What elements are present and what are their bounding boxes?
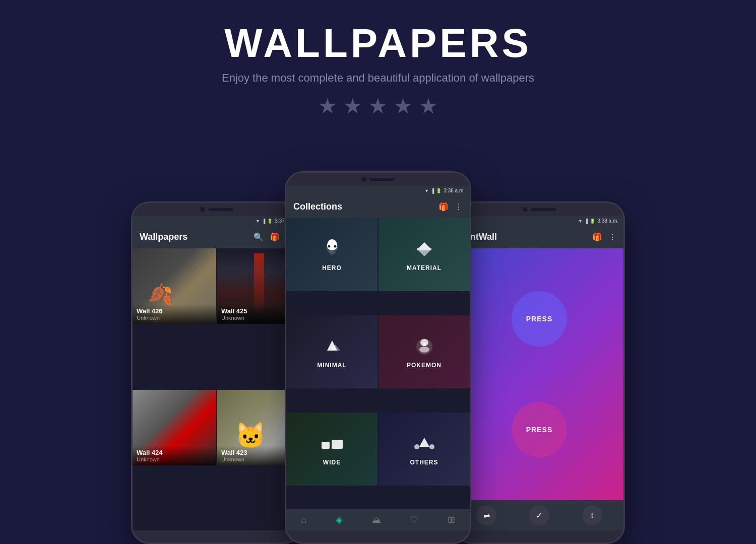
phone-center-notch: [286, 173, 470, 186]
phone-right-screen: ▼ ▐ 🔋 3:38 a.m. TintWall 🎁 ⋮ PRESS PRESS…: [455, 216, 623, 530]
svg-marker-5: [418, 250, 430, 256]
time-center: 3:36 a.m.: [444, 188, 465, 193]
star-5: ★: [419, 94, 438, 118]
battery-icon-left: 🔋: [267, 219, 273, 224]
bottom-actions-right: ⇌ ✓ ↕: [455, 500, 623, 530]
svg-rect-12: [322, 442, 330, 449]
star-3: ★: [368, 94, 388, 118]
gift-icon-center[interactable]: 🎁: [438, 202, 449, 212]
collection-minimal[interactable]: MINIMAL: [286, 315, 377, 388]
page-subtitle: Enjoy the most complete and beautiful ap…: [0, 72, 756, 85]
nav-heart-icon[interactable]: ♡: [410, 514, 418, 525]
app-bar-icons-right: 🎁 ⋮: [592, 232, 616, 242]
page-header: WALLPAPERS Enjoy the most complete and b…: [0, 0, 756, 128]
collection-hero[interactable]: HERO: [286, 218, 377, 291]
pokemon-label: POKEMON: [407, 362, 442, 369]
signal-icon-right: ▐: [585, 219, 588, 224]
svg-rect-3: [417, 248, 431, 250]
hero-icon: [321, 238, 343, 260]
rating-stars: ★ ★ ★ ★ ★: [0, 94, 756, 118]
battery-icon-center: 🔋: [436, 188, 442, 193]
nav-home-icon[interactable]: ⌂: [301, 515, 306, 525]
svg-rect-13: [332, 440, 343, 449]
nav-collections-icon[interactable]: ◈: [336, 514, 343, 525]
app-bar-icons-center: 🎁 ⋮: [438, 202, 463, 212]
page-title: WALLPAPERS: [0, 20, 756, 66]
wifi-icon-center: ▼: [424, 188, 429, 193]
menu-icon-right[interactable]: ⋮: [608, 232, 616, 242]
svg-marker-4: [418, 242, 430, 248]
press-button-2[interactable]: PRESS: [512, 402, 567, 457]
phone-center-screen: ▼ ▐ 🔋 3:36 a.m. Collections 🎁 ⋮: [286, 186, 470, 530]
camera-center: [361, 177, 366, 182]
star-1: ★: [318, 94, 337, 118]
svg-point-11: [423, 343, 426, 346]
app-title-left: Wallpapers: [140, 232, 187, 242]
svg-point-16: [429, 444, 434, 449]
star-2: ★: [343, 94, 362, 118]
svg-point-14: [414, 444, 419, 449]
wall-author-426: Unknown: [137, 315, 212, 321]
collections-grid: HERO MATERIAL MIN: [286, 218, 470, 509]
speaker-left: [208, 208, 233, 211]
tintwall-canvas: PRESS PRESS: [455, 248, 623, 500]
wide-icon: [320, 433, 345, 455]
battery-icon-right: 🔋: [590, 219, 595, 224]
svg-marker-15: [419, 438, 429, 447]
wall-item-424[interactable]: Wall 424 Unknown: [133, 390, 216, 465]
app-bar-left: Wallpapers 🔍 🎁 ⋮: [133, 226, 301, 248]
phones-container: ▼ ▐ 🔋 3:37 a.m. Wallpapers 🔍 🎁 ⋮ Wall 42…: [0, 141, 756, 544]
phone-left-notch: [133, 203, 301, 216]
star-4: ★: [394, 94, 413, 118]
svg-point-1: [328, 245, 330, 247]
phone-left-screen: ▼ ▐ 🔋 3:37 a.m. Wallpapers 🔍 🎁 ⋮ Wall 42…: [133, 216, 301, 530]
collection-wide[interactable]: WIDE: [286, 413, 377, 486]
wall-label-426: Wall 426 Unknown: [133, 304, 216, 324]
camera-left: [200, 207, 205, 212]
collection-material[interactable]: MATERIAL: [379, 218, 470, 291]
material-icon: [413, 238, 435, 260]
hero-label: HERO: [322, 264, 342, 271]
app-title-center: Collections: [293, 201, 342, 212]
nav-grid-icon[interactable]: ⊞: [448, 514, 455, 525]
signal-icon-center: ▐: [431, 188, 434, 193]
status-bar-left: ▼ ▐ 🔋 3:37 a.m.: [133, 216, 301, 226]
wifi-icon-left: ▼: [256, 219, 260, 224]
check-button[interactable]: ✓: [529, 505, 549, 525]
svg-point-10: [419, 347, 429, 353]
speaker-right: [531, 208, 556, 211]
speaker-center: [369, 178, 395, 181]
status-bar-right: ▼ ▐ 🔋 3:38 a.m.: [455, 216, 623, 226]
wall-author-424: Unknown: [137, 456, 212, 462]
press-button-1[interactable]: PRESS: [512, 291, 567, 347]
nav-landscape-icon[interactable]: ⛰: [372, 515, 381, 525]
camera-right: [523, 207, 528, 212]
phone-center: ▼ ▐ 🔋 3:36 a.m. Collections 🎁 ⋮: [285, 171, 471, 544]
app-bar-center: Collections 🎁 ⋮: [286, 195, 470, 218]
wifi-icon-right: ▼: [578, 219, 583, 224]
gift-icon[interactable]: 🎁: [270, 232, 280, 242]
wide-label: WIDE: [323, 459, 341, 466]
phone-left: ▼ ▐ 🔋 3:37 a.m. Wallpapers 🔍 🎁 ⋮ Wall 42…: [131, 201, 302, 544]
svg-point-2: [334, 245, 336, 247]
pokemon-icon: [413, 335, 435, 358]
gift-icon-right[interactable]: 🎁: [592, 232, 602, 242]
phone-right-notch: [455, 203, 623, 216]
others-label: OTHERS: [410, 459, 438, 466]
phone-right: ▼ ▐ 🔋 3:38 a.m. TintWall 🎁 ⋮ PRESS PRESS…: [454, 201, 625, 544]
minimal-icon: [321, 335, 343, 358]
app-bar-right: TintWall 🎁 ⋮: [455, 226, 623, 248]
shuffle-button[interactable]: ⇌: [476, 505, 496, 525]
status-bar-center: ▼ ▐ 🔋 3:36 a.m.: [286, 186, 470, 195]
time-right: 3:38 a.m.: [597, 218, 618, 224]
signal-icon-left: ▐: [262, 219, 265, 224]
wallpaper-grid: Wall 426 Unknown Wall 425 Unknown Wall 4…: [133, 248, 301, 530]
collection-others[interactable]: OTHERS: [379, 413, 470, 486]
collection-pokemon[interactable]: POKEMON: [379, 315, 470, 388]
sort-button[interactable]: ↕: [582, 505, 602, 525]
menu-icon-center[interactable]: ⋮: [455, 202, 463, 212]
search-icon[interactable]: 🔍: [254, 232, 264, 242]
wall-item-426[interactable]: Wall 426 Unknown: [133, 248, 216, 324]
wall-name-426: Wall 426: [137, 307, 212, 315]
wall-name-424: Wall 424: [137, 449, 212, 456]
